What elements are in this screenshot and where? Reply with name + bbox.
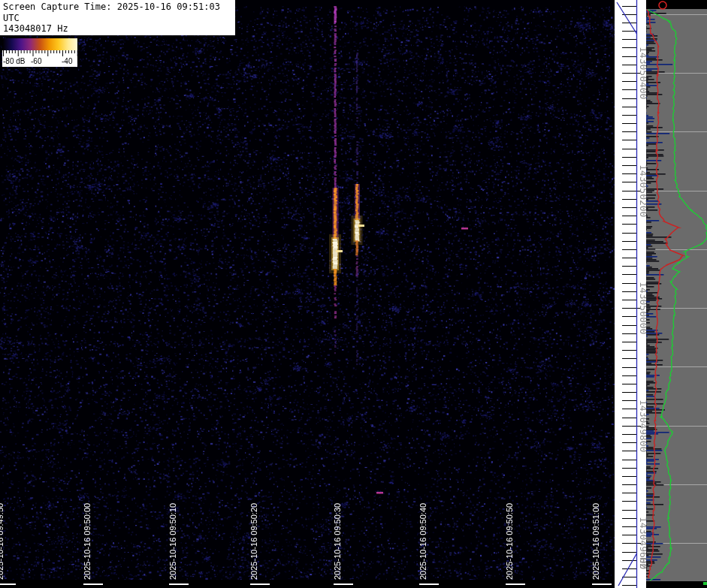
colorbar-label-max: -40: [62, 57, 72, 65]
capture-time-text: Screen Capture Time: 2025-10-16 09:51:03…: [3, 2, 235, 23]
colorbar-label-min: -80 dB: [3, 57, 25, 65]
colorbar-label-mid: -60: [31, 57, 41, 65]
center-frequency-text: 143048017 Hz: [3, 23, 235, 35]
spectrum-panel-canvas: [646, 0, 707, 588]
colorbar-gradient: [2, 38, 77, 50]
intensity-colorbar: -80 dB -60 -40: [2, 38, 77, 67]
capture-info-box: Screen Capture Time: 2025-10-16 09:51:03…: [0, 0, 235, 35]
spectrogram-app: 2025-10-16 09:49:502025-10-16 09:50:0020…: [0, 0, 707, 588]
colorbar-ticks: [2, 50, 77, 57]
waterfall-canvas: [0, 0, 615, 588]
colorbar-labels: -80 dB -60 -40: [2, 57, 77, 67]
frequency-ruler: 1430504001430502001430500001430498001430…: [615, 0, 646, 588]
